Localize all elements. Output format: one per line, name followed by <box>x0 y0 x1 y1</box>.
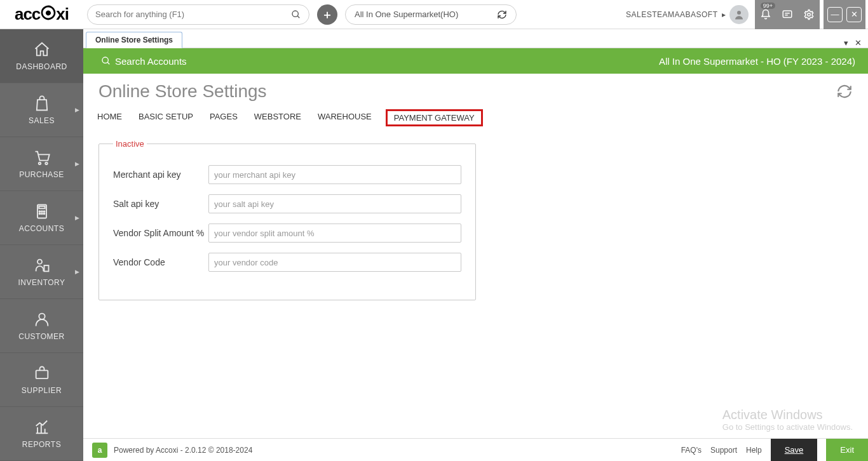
sidebar-item-label: SALES <box>29 116 55 125</box>
sidebar-item-label: PURCHASE <box>19 170 64 179</box>
footer-powered: Powered by Accoxi - 2.0.12 © 2018-2024 <box>114 446 252 455</box>
avatar <box>729 5 749 24</box>
chat-icon[interactable] <box>776 0 798 29</box>
window-controls: — ✕ <box>824 0 865 29</box>
sidebar-item-label: SUPPLIER <box>22 386 62 395</box>
notif-badge: 99+ <box>761 3 775 9</box>
sidebar-item-supplier[interactable]: SUPPLIER <box>0 353 83 407</box>
subtab-warehouse[interactable]: WAREHOUSE <box>315 109 374 126</box>
svg-line-1 <box>297 16 299 18</box>
footer-link-faqs[interactable]: FAQ's <box>681 446 702 455</box>
svg-point-4 <box>808 13 811 16</box>
tab-close-icon[interactable]: ✕ <box>855 38 862 48</box>
svg-point-11 <box>43 211 44 212</box>
svg-point-9 <box>39 211 40 212</box>
page-header: Online Store Settings <box>83 74 868 107</box>
sidebar-item-purchase[interactable]: PURCHASE ▶ <box>0 137 83 191</box>
sidebar-item-accounts[interactable]: ACCOUNTS ▶ <box>0 191 83 245</box>
form-row: Vendor Code <box>113 253 461 272</box>
subtab-webstore[interactable]: WEBSTORE <box>252 109 304 126</box>
svg-point-17 <box>39 314 44 319</box>
sidebar-item-inventory[interactable]: INVENTORY ▶ <box>0 245 83 299</box>
document-tab-label: Online Store Settings <box>95 36 173 44</box>
brand-logo: acc⦿xi <box>0 0 83 29</box>
tab-menu-icon[interactable]: ▾ <box>844 38 848 48</box>
sidebar-item-customer[interactable]: CUSTOMER <box>0 299 83 353</box>
user-menu[interactable]: SALESTEAMAABASOFT ▸ <box>626 5 749 24</box>
sidebar: DASHBOARD SALES ▶ PURCHASE ▶ ACCOUNTS ▶ … <box>0 29 83 461</box>
payment-gateway-fieldset: Inactive Merchant api key Salt api key V… <box>98 139 476 300</box>
company-selector[interactable]: All In One Supermarket(HO) <box>345 4 517 25</box>
svg-point-10 <box>41 211 43 212</box>
vendor-split-label: Vendor Split Amount % <box>113 228 208 238</box>
chart-icon <box>33 418 51 436</box>
chevron-right-icon: ▶ <box>75 215 80 221</box>
svg-point-14 <box>43 213 44 215</box>
sidebar-item-label: DASHBOARD <box>16 62 67 71</box>
form-row: Vendor Split Amount % <box>113 224 461 243</box>
chevron-right-icon: ▶ <box>75 107 80 113</box>
context-bar: Search Accounts All In One Supermarket -… <box>83 48 868 74</box>
svg-point-5 <box>38 163 41 165</box>
sidebar-item-label: CUSTOMER <box>18 332 64 341</box>
subtab-pages[interactable]: PAGES <box>207 109 240 126</box>
svg-point-13 <box>41 213 43 215</box>
subtab-bar: HOME BASIC SETUP PAGES WEBSTORE WAREHOUS… <box>83 107 868 131</box>
footer-logo-icon: a <box>92 443 107 458</box>
context-company-label: All In One Supermarket - HO (FY 2023 - 2… <box>659 56 855 67</box>
sync-icon[interactable] <box>497 10 507 20</box>
subtab-payment-gateway[interactable]: PAYMENT GATEWAY <box>386 109 483 126</box>
sidebar-item-label: REPORTS <box>22 440 61 449</box>
chevron-right-icon: ▶ <box>75 269 80 275</box>
svg-point-12 <box>39 213 40 215</box>
save-button[interactable]: Save <box>771 439 818 462</box>
subtab-basic-setup[interactable]: BASIC SETUP <box>136 109 196 126</box>
refresh-icon[interactable] <box>836 83 853 100</box>
exit-button[interactable]: Exit <box>826 439 868 462</box>
svg-rect-18 <box>36 370 48 378</box>
form-row: Merchant api key <box>113 165 461 184</box>
sidebar-item-dashboard[interactable]: DASHBOARD <box>0 29 83 83</box>
svg-point-19 <box>102 57 108 63</box>
gear-icon[interactable] <box>798 0 820 29</box>
sidebar-item-sales[interactable]: SALES ▶ <box>0 83 83 137</box>
global-search[interactable] <box>87 4 309 25</box>
global-search-input[interactable] <box>95 10 291 19</box>
add-button[interactable]: ＋ <box>317 4 337 25</box>
footer-link-support[interactable]: Support <box>710 446 737 455</box>
inventory-icon <box>33 257 51 274</box>
bell-icon[interactable]: 99+ <box>755 0 776 29</box>
document-tab[interactable]: Online Store Settings <box>86 32 182 48</box>
home-icon <box>33 41 51 58</box>
search-icon <box>101 56 111 66</box>
close-button[interactable]: ✕ <box>846 7 862 22</box>
chevron-right-icon: ▸ <box>722 10 726 19</box>
page-title: Online Store Settings <box>98 81 267 102</box>
fieldset-legend: Inactive <box>113 139 147 149</box>
context-search-label[interactable]: Search Accounts <box>115 56 187 67</box>
vendor-code-label: Vendor Code <box>113 257 208 267</box>
cart-icon <box>33 149 51 166</box>
form-row: Salt api key <box>113 194 461 213</box>
svg-point-6 <box>45 163 48 165</box>
merchant-api-key-input[interactable] <box>208 165 461 184</box>
svg-line-20 <box>107 62 109 64</box>
chevron-right-icon: ▶ <box>75 161 80 167</box>
vendor-code-input[interactable] <box>208 253 461 272</box>
svg-point-15 <box>37 260 42 264</box>
footer-link-help[interactable]: Help <box>746 446 762 455</box>
salt-api-key-input[interactable] <box>208 194 461 213</box>
company-selector-label: All In One Supermarket(HO) <box>355 10 458 19</box>
subtab-home[interactable]: HOME <box>95 109 125 126</box>
minimize-button[interactable]: — <box>827 7 843 22</box>
svg-rect-16 <box>44 265 48 271</box>
user-name: SALESTEAMAABASOFT <box>626 10 718 19</box>
svg-point-0 <box>292 11 298 17</box>
sidebar-item-reports[interactable]: REPORTS <box>0 407 83 461</box>
briefcase-icon <box>33 364 51 382</box>
footer: a Powered by Accoxi - 2.0.12 © 2018-2024… <box>83 438 868 461</box>
vendor-split-input[interactable] <box>208 224 461 243</box>
user-icon <box>33 311 51 328</box>
sidebar-item-label: INVENTORY <box>18 278 65 287</box>
os-watermark: Activate Windows Go to Settings to activ… <box>722 408 853 432</box>
